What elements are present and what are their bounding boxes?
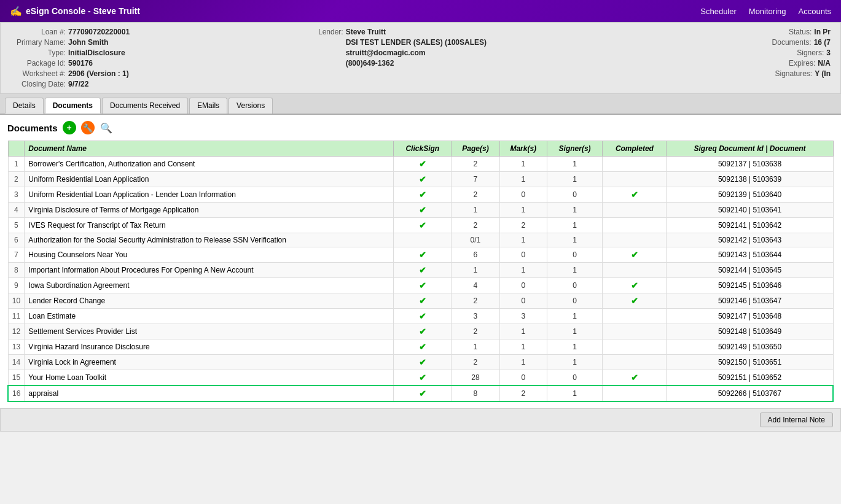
signers-cell: 1 <box>547 157 602 172</box>
doc-name-cell[interactable]: Virginia Disclosure of Terms of Mortgage… <box>25 203 394 218</box>
closing-date-label: Closing Date: <box>10 80 66 88</box>
nav-monitoring[interactable]: Monitoring <box>749 7 786 16</box>
pages-cell: 8 <box>452 386 499 401</box>
doc-name-cell[interactable]: IVES Request for Transcript of Tax Retur… <box>25 218 394 233</box>
tab-emails[interactable]: EMails <box>189 98 227 114</box>
clicksign-check: ✔ <box>419 190 426 200</box>
nav-accounts[interactable]: Accounts <box>799 7 831 16</box>
table-row[interactable]: 13Virginia Hazard Insurance Disclosure✔1… <box>8 339 833 355</box>
row-number: 10 <box>8 293 25 309</box>
add-document-button[interactable]: + <box>63 121 76 134</box>
sigreq-cell: 5092150 | 5103651 <box>667 355 833 370</box>
sigreq-cell: 5092148 | 5103649 <box>667 324 833 339</box>
clicksign-cell: ✔ <box>394 187 452 203</box>
tab-documents[interactable]: Documents <box>45 98 101 114</box>
col-header-num <box>8 141 25 157</box>
clicksign-check: ✔ <box>419 389 426 398</box>
completed-cell: ✔ <box>603 293 667 309</box>
edit-document-button[interactable]: 🔧 <box>81 121 95 134</box>
loan-col-1: Loan #: 777090720220001 Primary Name: Jo… <box>10 28 276 88</box>
doc-name-cell[interactable]: Iowa Subordination Agreement <box>25 278 394 293</box>
loan-col-3: Status: In Pr Documents: 16 (7 Signers: … <box>565 28 831 88</box>
marks-cell: 1 <box>499 172 547 187</box>
signers-value: 3 <box>826 48 831 57</box>
clicksign-cell: ✔ <box>394 370 452 386</box>
table-row[interactable]: 7Housing Counselors Near You✔600✔5092143… <box>8 247 833 263</box>
table-row[interactable]: 14Virginia Lock in Agreement✔2115092150 … <box>8 355 833 370</box>
worksheet-value: 2906 (Version : 1) <box>68 69 129 78</box>
signers-cell: 1 <box>547 309 602 324</box>
documents-header: Documents + 🔧 🔍 <box>7 121 834 134</box>
doc-name-cell[interactable]: appraisal <box>25 386 394 401</box>
table-row[interactable]: 15Your Home Loan Toolkit✔2800✔5092151 | … <box>8 370 833 386</box>
clicksign-check: ✔ <box>419 281 426 290</box>
clicksign-check: ✔ <box>419 174 426 184</box>
documents-table: Document Name ClickSign Page(s) Mark(s) … <box>7 141 834 402</box>
doc-name-cell[interactable]: Housing Counselors Near You <box>25 247 394 263</box>
loan-number-value: 777090720220001 <box>68 28 130 36</box>
pages-cell: 1 <box>452 203 499 218</box>
marks-cell: 1 <box>499 263 547 278</box>
table-row[interactable]: 12Settlement Services Provider List✔2115… <box>8 324 833 339</box>
col-header-signers: Signer(s) <box>547 141 602 157</box>
loan-number-label: Loan #: <box>10 28 66 36</box>
marks-cell: 3 <box>499 309 547 324</box>
status-value: In Pr <box>814 28 831 36</box>
tab-versions[interactable]: Versions <box>229 98 273 114</box>
table-row[interactable]: 11Loan Estimate✔3315092147 | 5103648 <box>8 309 833 324</box>
marks-cell: 1 <box>499 324 547 339</box>
signatures-label: Signatures: <box>757 69 812 78</box>
completed-cell <box>603 355 667 370</box>
nav-scheduler[interactable]: Scheduler <box>700 7 737 16</box>
clicksign-cell: ✔ <box>394 386 452 401</box>
loan-col-2: Lender: Steve Truitt DSI TEST LENDER (SA… <box>288 28 553 88</box>
doc-name-cell[interactable]: Uniform Residential Loan Application - L… <box>25 187 394 203</box>
doc-name-cell[interactable]: Loan Estimate <box>25 309 394 324</box>
clicksign-cell: ✔ <box>394 218 452 233</box>
pages-cell: 1 <box>452 263 499 278</box>
tab-documents-received[interactable]: Documents Received <box>102 98 188 114</box>
sigreq-cell: 5092139 | 5103640 <box>667 187 833 203</box>
table-row[interactable]: 2Uniform Residential Loan Application✔71… <box>8 172 833 187</box>
add-internal-note-button[interactable]: Add Internal Note <box>760 413 833 427</box>
table-row[interactable]: 9Iowa Subordination Agreement✔400✔509214… <box>8 278 833 293</box>
marks-cell: 0 <box>499 370 547 386</box>
pages-cell: 2 <box>452 293 499 309</box>
sigreq-cell: 5092141 | 5103642 <box>667 218 833 233</box>
doc-name-cell[interactable]: Virginia Lock in Agreement <box>25 355 394 370</box>
signers-cell: 0 <box>547 278 602 293</box>
doc-name-cell[interactable]: Uniform Residential Loan Application <box>25 172 394 187</box>
tab-bar: Details Documents Documents Received EMa… <box>0 94 841 115</box>
table-row[interactable]: 4Virginia Disclosure of Terms of Mortgag… <box>8 203 833 218</box>
doc-name-cell[interactable]: Borrower's Certification, Authorization … <box>25 157 394 172</box>
table-row[interactable]: 8Important Information About Procedures … <box>8 263 833 278</box>
doc-name-cell[interactable]: Important Information About Procedures F… <box>25 263 394 278</box>
table-row[interactable]: 6Authorization for the Social Security A… <box>8 233 833 247</box>
row-number: 13 <box>8 339 25 355</box>
page-footer: Add Internal Note <box>0 408 841 432</box>
doc-name-cell[interactable]: Authorization for the Social Security Ad… <box>25 233 394 247</box>
signers-cell: 1 <box>547 386 602 401</box>
search-document-button[interactable]: 🔍 <box>100 121 113 134</box>
clicksign-cell <box>394 233 452 247</box>
doc-name-cell[interactable]: Your Home Loan Toolkit <box>25 370 394 386</box>
doc-name-cell[interactable]: Lender Record Change <box>25 293 394 309</box>
table-row[interactable]: 3Uniform Residential Loan Application - … <box>8 187 833 203</box>
documents-title: Documents <box>7 123 58 133</box>
table-row[interactable]: 16appraisal✔8215092266 | 5103767 <box>8 386 833 401</box>
signers-cell: 1 <box>547 172 602 187</box>
tab-details[interactable]: Details <box>5 98 44 114</box>
table-row[interactable]: 1Borrower's Certification, Authorization… <box>8 157 833 172</box>
doc-name-cell[interactable]: Settlement Services Provider List <box>25 324 394 339</box>
table-row[interactable]: 5IVES Request for Transcript of Tax Retu… <box>8 218 833 233</box>
lender-label: Lender: <box>288 28 343 36</box>
completed-cell <box>603 172 667 187</box>
row-number: 4 <box>8 203 25 218</box>
clicksign-check: ✔ <box>419 342 426 352</box>
table-row[interactable]: 10Lender Record Change✔200✔5092146 | 510… <box>8 293 833 309</box>
doc-name-cell[interactable]: Virginia Hazard Insurance Disclosure <box>25 339 394 355</box>
closing-date-value: 9/7/22 <box>68 80 88 88</box>
clicksign-check: ✔ <box>419 265 426 275</box>
col-header-sigreq: Sigreq Document Id | Document <box>667 141 833 157</box>
pages-cell: 2 <box>452 187 499 203</box>
